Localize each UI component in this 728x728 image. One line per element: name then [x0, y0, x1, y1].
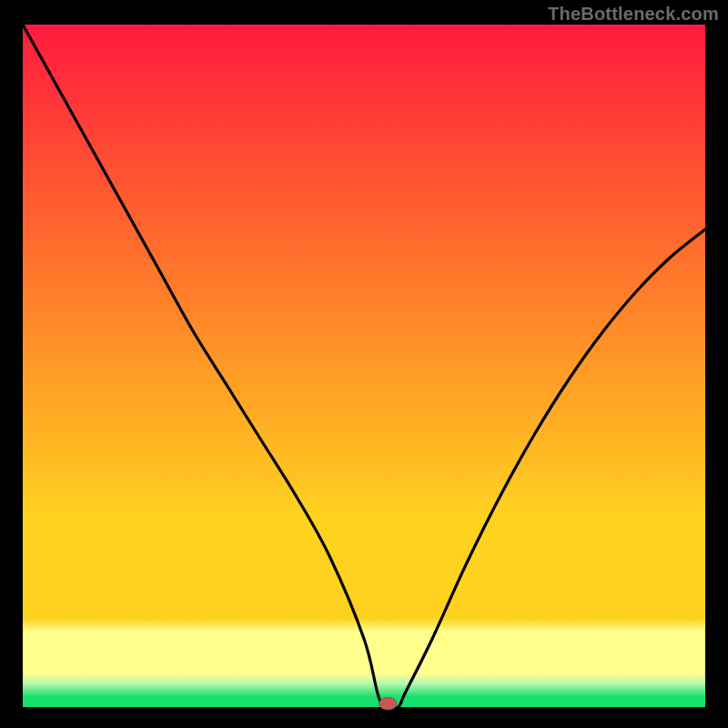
chart-container: TheBottleneck.com — [0, 0, 728, 728]
optimum-marker — [379, 698, 398, 711]
plot-background — [23, 25, 705, 707]
bottleneck-chart — [0, 0, 728, 728]
watermark-attribution: TheBottleneck.com — [548, 4, 719, 25]
